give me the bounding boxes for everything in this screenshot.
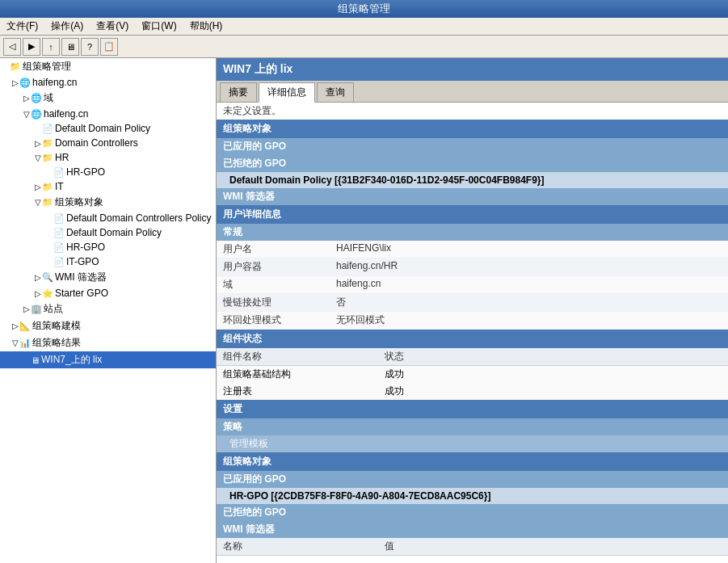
folder-icon: 📁 xyxy=(10,61,21,72)
tree-item-ddcp[interactable]: 📄 Default Domain Controllers Policy xyxy=(0,211,216,225)
tab-summary[interactable]: 摘要 xyxy=(220,82,257,102)
expander: ▷ xyxy=(34,183,42,191)
menu-help[interactable]: 帮助(H) xyxy=(187,19,226,34)
tree-item-domains[interactable]: ▷ 🌐 域 xyxy=(0,90,216,107)
label-slowlink: 慢链接处理 xyxy=(223,296,336,309)
policy-icon: 📄 xyxy=(53,213,65,224)
tree-label: 组策略管理 xyxy=(23,60,71,74)
folder-icon: 📁 xyxy=(42,153,53,163)
expander: ▷ xyxy=(34,289,42,298)
status-value-infra: 成功 xyxy=(385,368,722,381)
clipboard-button[interactable]: 📋 xyxy=(100,38,118,56)
section-gpo2-header: 组策略对象 xyxy=(217,452,728,471)
network-icon: 🌐 xyxy=(31,93,42,103)
expander: ▷ xyxy=(34,273,42,282)
tree-item-sites[interactable]: ▷ 🏢 站点 xyxy=(0,300,216,317)
tree-label: haifeng.cn xyxy=(44,108,88,120)
computer-icon: 🖥 xyxy=(31,355,40,365)
menu-file[interactable]: 文件(F) xyxy=(3,19,41,34)
label-username: 用户名 xyxy=(223,242,336,256)
section-applied-gpo2: 已应用的 GPO xyxy=(217,471,728,488)
tree-item-ddp[interactable]: 📄 Default Domain Policy xyxy=(0,121,216,136)
value-container: haifeng.cn/HR xyxy=(336,260,722,274)
tree-label: 组策略建模 xyxy=(32,319,81,333)
detail-row-loopback: 环回处理模式 无环回模式 xyxy=(217,312,728,330)
folder-icon: 📁 xyxy=(42,182,53,192)
tree-label: haifeng.cn xyxy=(32,77,77,88)
right-header: WIN7 上的 lix xyxy=(217,58,728,81)
expander: ▷ xyxy=(23,305,31,313)
tree-item-it[interactable]: ▷ 📁 IT xyxy=(0,179,216,194)
modeling-icon: 📐 xyxy=(19,321,31,331)
tab-detail[interactable]: 详细信息 xyxy=(259,82,315,103)
value-username: HAIFENG\lix xyxy=(336,242,722,256)
back-button[interactable]: ◁ xyxy=(3,38,21,56)
forward-button[interactable]: ▶ xyxy=(23,38,40,56)
section-wmi2: WMI 筛选器 xyxy=(217,521,728,538)
menu-bar: 文件(F) 操作(A) 查看(V) 窗口(W) 帮助(H) xyxy=(0,18,728,36)
section-rejected-gpo: 已拒绝的 GPO xyxy=(217,155,728,172)
tree-item-results[interactable]: ▽ 📊 组策略结果 xyxy=(0,334,216,351)
policy-icon: 📄 xyxy=(53,257,65,267)
folder-icon: 📁 xyxy=(42,197,53,208)
expander: ▷ xyxy=(34,139,42,148)
left-panel[interactable]: 📁 组策略管理 ▷ 🌐 haifeng.cn ▷ 🌐 域 ▽ 🌐 haifeng… xyxy=(0,58,217,563)
wmi-col-headers: 名称 值 xyxy=(217,538,728,556)
tree-item-it-gpo[interactable]: 📄 IT-GPO xyxy=(0,254,216,269)
folder-icon: 📁 xyxy=(42,138,53,149)
toolbar: ◁ ▶ ↑ 🖥 ? 📋 xyxy=(0,36,728,58)
filter-icon: 🔍 xyxy=(42,272,53,283)
monitor-button[interactable]: 🖥 xyxy=(61,38,79,56)
policy-icon: 📄 xyxy=(42,124,53,134)
section-rejected-gpo2: 已拒绝的 GPO xyxy=(217,504,728,521)
right-header-title: WIN7 上的 lix xyxy=(223,62,292,77)
section-admin-templates: 管理模板 xyxy=(217,435,728,452)
detail-row-slowlink: 慢链接处理 否 xyxy=(217,294,728,312)
tree-label: WMI 筛选器 xyxy=(55,271,107,284)
tree-item-wmi[interactable]: ▷ 🔍 WMI 筛选器 xyxy=(0,269,216,286)
tree-item-hr-gpo2[interactable]: 📄 HR-GPO xyxy=(0,240,216,254)
tree-label: Domain Controllers xyxy=(55,137,138,149)
detail-row-domain: 域 haifeng.cn xyxy=(217,276,728,294)
expander: ▷ xyxy=(11,321,19,330)
tree-item-hr-gpo[interactable]: 📄 HR-GPO xyxy=(0,165,216,179)
value-slowlink: 否 xyxy=(336,296,722,309)
tree-label: HR-GPO xyxy=(66,242,105,253)
tree-label: WIN7_上的 lix xyxy=(41,353,102,367)
tree-item-haifeng[interactable]: ▽ 🌐 haifeng.cn xyxy=(0,107,216,121)
menu-action[interactable]: 操作(A) xyxy=(48,19,86,34)
tree-item-gpo-objects[interactable]: ▽ 📁 组策略对象 xyxy=(0,194,216,211)
tree-item-root[interactable]: 📁 组策略管理 xyxy=(0,58,216,75)
tree-item-win7-lix[interactable]: 🖥 WIN7_上的 lix xyxy=(0,351,216,368)
status-row-registry: 注册表 成功 xyxy=(217,383,728,400)
title-bar: 组策略管理 xyxy=(0,0,728,18)
col-header-status: 状态 xyxy=(385,350,404,363)
main-layout: 📁 组策略管理 ▷ 🌐 haifeng.cn ▷ 🌐 域 ▽ 🌐 haifeng… xyxy=(0,58,728,563)
menu-view[interactable]: 查看(V) xyxy=(93,19,132,34)
help-button[interactable]: ? xyxy=(81,38,99,56)
expander: ▽ xyxy=(23,110,31,119)
expander: ▽ xyxy=(34,153,42,162)
tree-label: Default Domain Policy xyxy=(55,123,150,134)
rejected-gpo-value: Default Domain Policy [{31B2F340-016D-11… xyxy=(217,172,728,188)
app-title: 组策略管理 xyxy=(338,2,390,15)
expander: ▽ xyxy=(11,338,19,347)
component-col-headers: 组件名称 状态 xyxy=(217,348,728,366)
status-row-infra: 组策略基础结构 成功 xyxy=(217,366,728,383)
tree-item-starter[interactable]: ▷ ⭐ Starter GPO xyxy=(0,286,216,300)
label-container: 用户容器 xyxy=(223,260,336,274)
tree-item-forest[interactable]: ▷ 🌐 haifeng.cn xyxy=(0,75,216,90)
status-value-registry: 成功 xyxy=(385,384,722,398)
menu-window[interactable]: 窗口(W) xyxy=(138,19,179,34)
tree-item-ddp2[interactable]: 📄 Default Domain Policy xyxy=(0,225,216,240)
up-button[interactable]: ↑ xyxy=(42,38,60,56)
tree-item-dc[interactable]: ▷ 📁 Domain Controllers xyxy=(0,136,216,150)
tree-label: Default Domain Policy xyxy=(66,227,162,238)
label-loopback: 环回处理模式 xyxy=(223,313,336,327)
policy-icon: 📄 xyxy=(53,228,65,238)
tree-item-modeling[interactable]: ▷ 📐 组策略建模 xyxy=(0,317,216,334)
tree-item-hr[interactable]: ▽ 📁 HR xyxy=(0,150,216,165)
tree-label: Default Domain Controllers Policy xyxy=(66,212,211,224)
network-icon: 🌐 xyxy=(19,78,31,88)
tab-query[interactable]: 查询 xyxy=(317,82,354,102)
